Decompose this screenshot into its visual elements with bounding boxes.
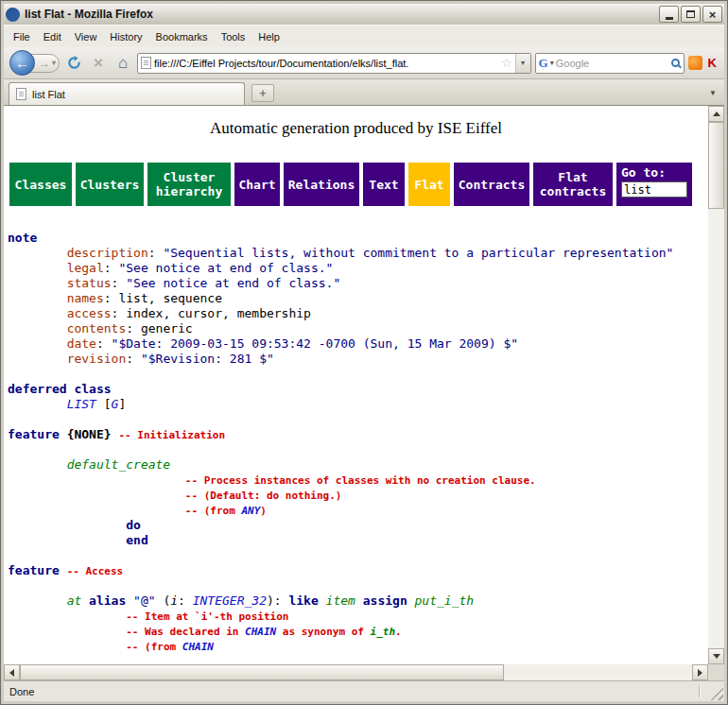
code-text: : list, sequence [104, 291, 222, 305]
minimize-button[interactable] [659, 6, 679, 23]
code-text [407, 593, 415, 608]
search-input[interactable] [556, 58, 669, 69]
doc-nav-label: Text [369, 178, 398, 192]
maximize-button[interactable] [681, 6, 701, 23]
menu-bookmarks[interactable]: Bookmarks [149, 27, 215, 46]
horizontal-scroll-thumb[interactable] [20, 664, 504, 680]
feature-link[interactable]: i_th [371, 626, 396, 638]
code-text: [ [96, 397, 112, 411]
stop-button[interactable]: × [88, 53, 109, 74]
doc-nav-label: Flat [414, 178, 443, 192]
goto-input[interactable] [621, 181, 687, 198]
code-text: -- Initialization [118, 429, 225, 441]
home-icon: ⌂ [118, 55, 128, 71]
code-text [355, 593, 363, 608]
url-input[interactable] [154, 58, 498, 69]
code-text: : [178, 593, 193, 608]
content-viewport: Automatic generation produced by ISE Eif… [4, 106, 724, 680]
code-listing: note description: "Sequential lists, wit… [8, 231, 708, 654]
up-arrow-icon [713, 112, 720, 116]
scroll-down-button[interactable] [708, 648, 724, 664]
doc-nav-contracts[interactable]: Contracts [454, 163, 529, 206]
back-button[interactable]: ← [9, 50, 35, 76]
doc-nav-label: Go to: [621, 165, 666, 180]
url-dropdown-button[interactable]: ▾ [515, 54, 530, 73]
menu-bar: FileEditViewHistoryBookmarksToolsHelp [4, 25, 724, 47]
menu-file[interactable]: File [7, 27, 37, 46]
class-link[interactable]: CHAIN [182, 641, 214, 653]
right-arrow-icon [698, 669, 702, 677]
menu-history[interactable]: History [103, 27, 148, 46]
doc-nav-label: Contracts [459, 178, 525, 192]
doc-nav-row: ClassesClustersCluster hierarchyChartRel… [9, 163, 708, 206]
addon-icon[interactable] [688, 56, 702, 70]
reload-button[interactable] [63, 53, 84, 74]
tab-bar: list Flat + ▼ [4, 79, 724, 106]
code-text: -- Item at `i'-th position [126, 610, 288, 623]
code-text: date [67, 336, 96, 351]
vertical-scroll-track[interactable] [708, 122, 724, 648]
code-text [81, 593, 89, 608]
title-bar[interactable]: list Flat - Mozilla Firefox × [4, 4, 724, 25]
scroll-right-button[interactable] [692, 664, 708, 680]
bookmark-star-icon[interactable]: ☆ [501, 57, 512, 69]
horizontal-scrollbar[interactable] [4, 664, 708, 680]
home-button[interactable]: ⌂ [113, 53, 133, 74]
kaspersky-addon-icon[interactable]: K [706, 56, 719, 70]
doc-nav-flat-contracts[interactable]: Flat contracts [533, 163, 613, 206]
feature-link[interactable]: item [326, 593, 355, 608]
url-bar[interactable]: ☆ ▾ [137, 53, 531, 74]
horizontal-scroll-track[interactable] [20, 664, 692, 680]
code-text: -- (from [185, 505, 242, 517]
tab-label: list Flat [32, 89, 65, 100]
vertical-scrollbar[interactable] [708, 106, 724, 664]
class-link[interactable]: CHAIN [245, 626, 276, 638]
code-text [60, 427, 67, 441]
code-text: assign [363, 593, 407, 608]
close-button[interactable]: × [702, 6, 722, 23]
vertical-scroll-thumb[interactable] [708, 122, 724, 209]
doc-nav-cluster-hierarchy[interactable]: Cluster hierarchy [147, 163, 231, 206]
menu-edit[interactable]: Edit [37, 27, 68, 46]
code-text [8, 639, 126, 653]
code-text: ] [118, 397, 126, 411]
code-text: : [126, 352, 141, 366]
code-text: alias [89, 593, 126, 608]
tab-list-flat[interactable]: list Flat [9, 82, 245, 105]
menu-tools[interactable]: Tools [215, 27, 252, 46]
code-text: note [8, 231, 37, 245]
feature-link[interactable]: at [67, 593, 82, 608]
code-text: do [126, 518, 141, 532]
list-all-tabs-button[interactable]: ▼ [704, 84, 721, 102]
code-text: i [170, 593, 178, 608]
doc-nav-text[interactable]: Text [363, 163, 405, 206]
search-engine-dropdown-icon[interactable]: ▾ [550, 59, 554, 67]
doc-nav-relations[interactable]: Relations [284, 163, 359, 206]
code-text: description [67, 246, 148, 260]
code-text [8, 276, 67, 290]
doc-nav-classes[interactable]: Classes [9, 163, 72, 206]
class-link[interactable]: LIST [67, 397, 96, 411]
history-dropdown-icon[interactable]: ▾ [52, 59, 56, 67]
new-tab-button[interactable]: + [251, 84, 274, 102]
doc-nav-chart[interactable]: Chart [234, 163, 280, 206]
navigation-toolbar: ← → ▾ × ⌂ ☆ ▾ G ▾ K [4, 47, 724, 79]
back-icon: ← [15, 55, 29, 71]
search-icon[interactable] [671, 59, 680, 67]
class-link[interactable]: ANY [241, 505, 260, 517]
doc-nav-flat[interactable]: Flat [408, 163, 450, 206]
doc-nav-clusters[interactable]: Clusters [76, 163, 144, 206]
search-bar[interactable]: G ▾ [535, 53, 685, 74]
resize-grip[interactable] [710, 687, 723, 700]
feature-link[interactable]: default_create [67, 457, 171, 472]
menu-help[interactable]: Help [251, 27, 286, 46]
document-page: Automatic generation produced by ISE Eif… [4, 106, 708, 664]
scroll-up-button[interactable] [708, 106, 724, 122]
scroll-left-button[interactable] [4, 664, 20, 680]
status-bar: Done [4, 680, 724, 701]
menu-view[interactable]: View [68, 27, 104, 46]
feature-link[interactable]: put_i_th [415, 593, 475, 608]
class-link[interactable]: INTEGER_32 [193, 593, 267, 608]
doc-nav-go-to[interactable]: Go to: [616, 163, 692, 206]
code-text: feature [8, 563, 60, 577]
